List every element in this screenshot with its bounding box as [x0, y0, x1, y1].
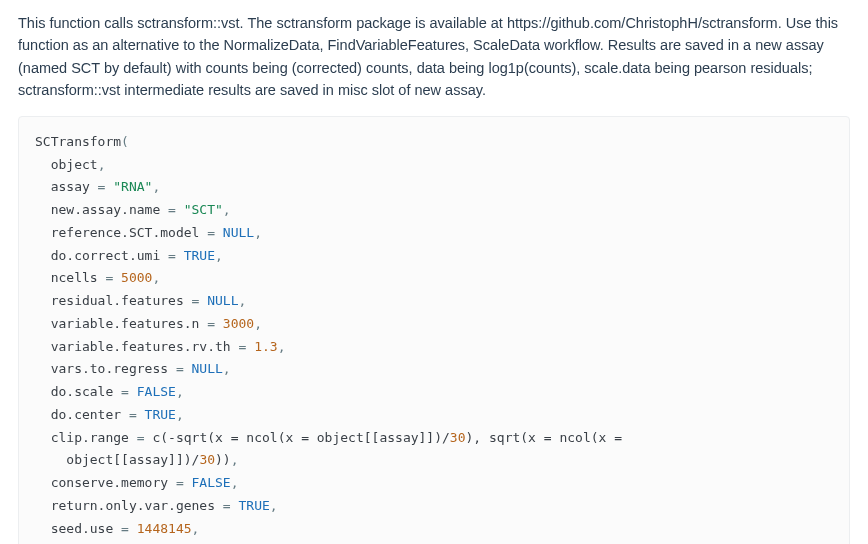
arg-doscale-name: do.scale	[51, 384, 114, 399]
arg-refmodel-val: NULL	[223, 225, 254, 240]
eq: =	[199, 316, 222, 331]
arg-vfn-name: variable.features.n	[51, 316, 200, 331]
eq: =	[129, 430, 152, 445]
arg-newassay-name: new.assay.name	[51, 202, 161, 217]
arg-docorrect-val: TRUE	[184, 248, 215, 263]
arg-object: object	[51, 157, 98, 172]
eq: =	[113, 384, 136, 399]
function-description: This function calls sctransform::vst. Th…	[18, 12, 850, 102]
comma: ,	[176, 407, 184, 422]
fn-name: SCTransform	[35, 134, 121, 149]
comma: ,	[152, 270, 160, 285]
arg-retvar-name: return.only.var.genes	[51, 498, 215, 513]
eq: =	[98, 270, 121, 285]
arg-residual-name: residual.features	[51, 293, 184, 308]
arg-assay-val: "RNA"	[113, 179, 152, 194]
comma: ,	[98, 157, 106, 172]
eq: =	[90, 179, 113, 194]
arg-vfn-val: 3000	[223, 316, 254, 331]
eq: =	[231, 339, 254, 354]
arg-clip-post: ))	[215, 452, 231, 467]
arg-docorrect-name: do.correct.umi	[51, 248, 161, 263]
code-block: SCTransform( object, assay = "RNA", new.…	[18, 116, 850, 544]
arg-clip-mid: ), sqrt(x = ncol(x =	[466, 430, 623, 445]
comma: ,	[254, 316, 262, 331]
arg-doscale-val: FALSE	[137, 384, 176, 399]
arg-clip-line2pre: object[[assay]])/	[35, 452, 199, 467]
arg-clip-name: clip.range	[51, 430, 129, 445]
arg-seed-name: seed.use	[51, 521, 114, 536]
arg-ncells-val: 5000	[121, 270, 152, 285]
arg-refmodel-name: reference.SCT.model	[51, 225, 200, 240]
open-paren: (	[121, 134, 129, 149]
comma: ,	[152, 179, 160, 194]
arg-docenter-val: TRUE	[145, 407, 176, 422]
arg-residual-val: NULL	[207, 293, 238, 308]
eq: =	[168, 361, 191, 376]
comma: ,	[231, 475, 239, 490]
comma: ,	[254, 225, 262, 240]
arg-clip-pre: c(-sqrt(x = ncol(x = object[[assay]])/	[152, 430, 449, 445]
eq: =	[168, 475, 191, 490]
comma: ,	[239, 293, 247, 308]
eq: =	[215, 498, 238, 513]
comma: ,	[223, 361, 231, 376]
comma: ,	[278, 339, 286, 354]
comma: ,	[223, 202, 231, 217]
arg-retvar-val: TRUE	[239, 498, 270, 513]
comma: ,	[270, 498, 278, 513]
arg-varsreg-val: NULL	[192, 361, 223, 376]
eq: =	[121, 407, 144, 422]
comma: ,	[231, 452, 239, 467]
eq: =	[199, 225, 222, 240]
arg-ncells-name: ncells	[51, 270, 98, 285]
arg-clip-num2: 30	[199, 452, 215, 467]
arg-clip-num1: 30	[450, 430, 466, 445]
description-text: This function calls sctransform::vst. Th…	[18, 15, 838, 98]
arg-newassay-val: "SCT"	[184, 202, 223, 217]
eq: =	[160, 202, 183, 217]
arg-consmem-val: FALSE	[192, 475, 231, 490]
arg-varsreg-name: vars.to.regress	[51, 361, 168, 376]
eq: =	[113, 521, 136, 536]
arg-vfrv-name: variable.features.rv.th	[51, 339, 231, 354]
comma: ,	[192, 521, 200, 536]
comma: ,	[215, 248, 223, 263]
eq: =	[184, 293, 207, 308]
comma: ,	[176, 384, 184, 399]
arg-seed-val: 1448145	[137, 521, 192, 536]
arg-vfrv-val: 1.3	[254, 339, 277, 354]
eq: =	[160, 248, 183, 263]
arg-consmem-name: conserve.memory	[51, 475, 168, 490]
arg-docenter-name: do.center	[51, 407, 121, 422]
arg-assay-name: assay	[51, 179, 90, 194]
